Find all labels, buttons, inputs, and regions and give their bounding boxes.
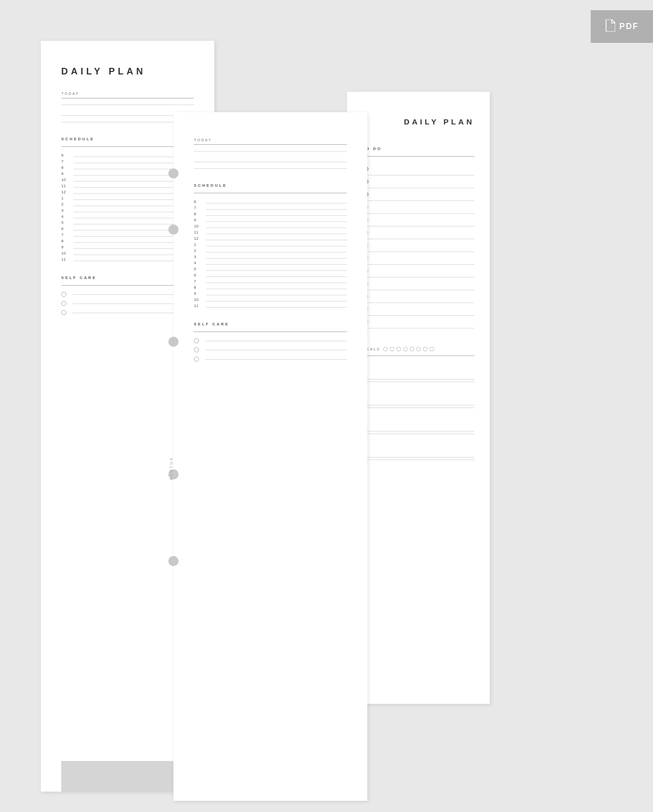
hour-label: 7 — [194, 279, 202, 284]
hour-label: 9 — [194, 291, 202, 296]
hour-label: 4 — [61, 214, 69, 219]
file-icon — [605, 19, 615, 34]
middle-schedule-row: 7 — [194, 206, 347, 212]
hour-label: 9 — [194, 218, 202, 222]
middle-self-care-circle-2 — [194, 347, 199, 352]
hour-label: 7 — [61, 159, 69, 164]
middle-schedule-row: 9 — [194, 218, 347, 224]
page-middle: BLOTUS TODAY SCHEDULE 678910111212345678… — [173, 112, 367, 801]
hour-label: 8 — [61, 239, 69, 243]
meal-l-row: L — [362, 392, 474, 405]
hour-label: 1 — [194, 242, 202, 247]
dot-2 — [168, 224, 179, 235]
meals-circle-4 — [403, 347, 408, 351]
self-care-circle-1 — [61, 292, 66, 297]
pdf-button[interactable]: PDF — [591, 10, 653, 43]
middle-schedule-row: 6 — [194, 199, 347, 206]
todo-row-dark-2 — [362, 175, 474, 188]
middle-schedule-row: 5 — [194, 267, 347, 273]
todo-row-light-3 — [362, 226, 474, 239]
blotus-text: BLOTUS — [169, 456, 173, 480]
middle-schedule-row: 6 — [194, 273, 347, 279]
dot-1 — [168, 168, 179, 179]
middle-schedule-row: 8 — [194, 285, 347, 291]
hour-label: 6 — [194, 273, 202, 277]
middle-schedule-row: 10 — [194, 297, 347, 303]
self-care-circle-3 — [61, 310, 66, 315]
middle-self-care-section: SELF CARE — [194, 322, 347, 362]
todo-row-light-4 — [362, 239, 474, 252]
pdf-label: PDF — [619, 22, 639, 31]
middle-today-section: TODAY — [194, 138, 347, 169]
middle-schedule-row: 12 — [194, 236, 347, 242]
middle-schedule-row: 2 — [194, 248, 347, 255]
hour-label: 4 — [194, 261, 202, 265]
middle-self-care-row-3 — [194, 357, 347, 362]
middle-schedule-row: 3 — [194, 255, 347, 261]
meal-b-row: B — [362, 366, 474, 379]
meals-circle-5 — [410, 347, 414, 351]
dot-3 — [168, 337, 179, 347]
todo-row-light-2 — [362, 214, 474, 226]
hour-label: 11 — [61, 184, 69, 188]
hour-label: 5 — [194, 267, 202, 271]
middle-schedule-row: 8 — [194, 212, 347, 218]
hour-label: 6 — [61, 226, 69, 231]
hour-label: 8 — [194, 285, 202, 290]
hour-label: 7 — [61, 233, 69, 237]
hour-label: 8 — [61, 165, 69, 170]
middle-schedule-row: 11 — [194, 303, 347, 310]
left-page-title: DAILY PLAN — [61, 66, 194, 77]
meals-section: MEALS B L D S — [362, 347, 474, 460]
hour-label: 10 — [61, 251, 69, 256]
middle-schedule-row: 9 — [194, 291, 347, 297]
hour-label: 6 — [61, 153, 69, 158]
meals-circle-3 — [396, 347, 401, 351]
meals-circle-7 — [423, 347, 428, 351]
hour-label: 11 — [61, 257, 69, 262]
hour-label: 3 — [61, 208, 69, 213]
middle-self-care-row-2 — [194, 347, 347, 352]
middle-self-care-row-1 — [194, 338, 347, 343]
hour-label: 5 — [61, 220, 69, 225]
hour-label: 11 — [194, 303, 202, 308]
hour-label: 1 — [61, 196, 69, 200]
today-label: TODAY — [61, 91, 194, 96]
hour-label: 12 — [61, 190, 69, 194]
middle-self-care-circle-3 — [194, 357, 199, 362]
page-right: DAILY PLAN TO DO MEALS — [347, 92, 490, 704]
meals-circles — [383, 347, 434, 351]
hour-label: 8 — [194, 212, 202, 216]
middle-schedule-row: 4 — [194, 261, 347, 267]
hour-label: 9 — [61, 245, 69, 249]
hour-label: 6 — [194, 199, 202, 204]
middle-schedule-row: 10 — [194, 224, 347, 230]
todo-row-light-1 — [362, 201, 474, 214]
todo-row-light-7 — [362, 277, 474, 290]
middle-schedule-row: 7 — [194, 279, 347, 285]
todo-row-dark-1 — [362, 163, 474, 175]
todo-row-light-10 — [362, 316, 474, 328]
right-page-title: DAILY PLAN — [362, 117, 474, 126]
todo-row-dark-3 — [362, 188, 474, 201]
main-container: DAILY PLAN TODAY SCHEDULE 67891011121234… — [41, 41, 643, 792]
meal-d-row: D — [362, 418, 474, 432]
middle-schedule-section: SCHEDULE 67891011121234567891011 — [194, 183, 347, 310]
todo-row-light-9 — [362, 303, 474, 316]
meals-circle-6 — [416, 347, 421, 351]
todo-row-light-6 — [362, 265, 474, 277]
meals-header-row: MEALS — [362, 347, 474, 351]
todo-label: TO DO — [362, 146, 474, 151]
hour-label: 2 — [194, 248, 202, 253]
hour-label: 11 — [194, 230, 202, 235]
meals-circle-8 — [430, 347, 434, 351]
meals-circle-1 — [383, 347, 388, 351]
middle-today-label: TODAY — [194, 138, 347, 142]
dot-5 — [168, 556, 179, 566]
meal-s-row: S — [362, 444, 474, 458]
todo-row-light-5 — [362, 252, 474, 265]
hour-label: 10 — [194, 224, 202, 229]
hour-label: 10 — [194, 297, 202, 302]
todo-row-light-8 — [362, 290, 474, 303]
middle-self-care-circle-1 — [194, 338, 199, 343]
